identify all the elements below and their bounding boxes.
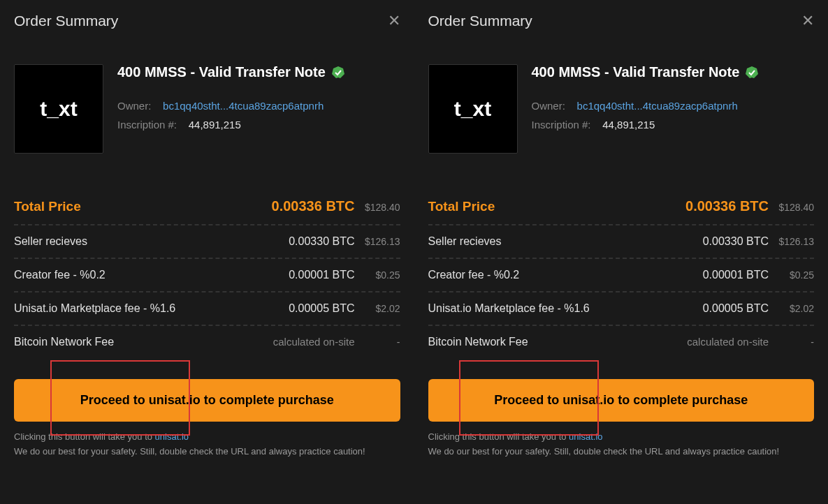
inscription-row: Inscription #: 44,891,215 — [532, 119, 815, 131]
creator-label: Creator fee - %0.2 — [14, 269, 264, 281]
market-label: Unisat.io Marketplace fee - %1.6 — [428, 302, 678, 315]
item-title: 400 MMSS - Valid Transfer Note — [532, 64, 740, 80]
inscription-value: 44,891,215 — [602, 119, 655, 131]
panel-title: Order Summary — [14, 13, 118, 29]
network-btc: calculated on-site — [678, 336, 769, 348]
market-usd: $2.02 — [355, 303, 400, 314]
close-button[interactable]: ✕ — [388, 13, 400, 29]
creator-btc: 0.00001 BTC — [264, 269, 355, 281]
disclaimer-prefix: Clicking this button will take you to — [428, 431, 569, 442]
creator-label: Creator fee - %0.2 — [428, 269, 678, 281]
network-fee-row: Bitcoin Network Fee calculated on-site - — [428, 326, 815, 358]
seller-row: Seller recieves 0.00330 BTC $126.13 — [428, 225, 815, 259]
disclaimer: Clicking this button will take you to un… — [14, 430, 400, 459]
creator-btc: 0.00001 BTC — [678, 269, 769, 281]
seller-label: Seller recieves — [428, 235, 678, 248]
verified-icon — [331, 66, 345, 80]
disclaimer-line2: We do our best for your safety. Still, d… — [428, 446, 780, 457]
verified-icon — [745, 66, 759, 80]
disclaimer-link[interactable]: unisat.io — [155, 431, 189, 442]
close-icon: ✕ — [388, 12, 400, 29]
creator-fee-row: Creator fee - %0.2 0.00001 BTC $0.25 — [14, 259, 400, 292]
inscription-row: Inscription #: 44,891,215 — [117, 119, 400, 131]
market-fee-row: Unisat.io Marketplace fee - %1.6 0.00005… — [14, 292, 400, 326]
creator-usd: $0.25 — [769, 269, 814, 281]
total-btc: 0.00336 BTC — [678, 198, 769, 214]
network-usd: - — [355, 336, 400, 348]
creator-usd: $0.25 — [355, 269, 400, 281]
total-label: Total Price — [428, 199, 678, 214]
item-thumbnail: t_xt — [14, 64, 103, 154]
proceed-button[interactable]: Proceed to unisat.io to complete purchas… — [428, 379, 815, 422]
seller-btc: 0.00330 BTC — [678, 235, 769, 248]
panel-title: Order Summary — [428, 13, 532, 29]
inscription-label: Inscription #: — [532, 119, 591, 131]
item-title-row: 400 MMSS - Valid Transfer Note — [117, 64, 400, 80]
seller-row: Seller recieves 0.00330 BTC $126.13 — [14, 225, 400, 259]
price-section: Total Price 0.00336 BTC $128.40 Seller r… — [428, 188, 815, 358]
owner-label: Owner: — [117, 100, 151, 112]
total-usd: $128.40 — [355, 202, 400, 213]
item-row: t_xt 400 MMSS - Valid Transfer Note Owne… — [428, 64, 815, 154]
market-btc: 0.00005 BTC — [678, 302, 769, 315]
total-btc: 0.00336 BTC — [264, 198, 355, 214]
network-fee-row: Bitcoin Network Fee calculated on-site - — [14, 326, 400, 358]
network-btc: calculated on-site — [264, 336, 355, 348]
owner-row: Owner: bc1qq40stht...4tcua89zacp6atpnrh — [117, 100, 400, 112]
proceed-wrapper: Proceed to unisat.io to complete purchas… — [428, 379, 815, 422]
price-section: Total Price 0.00336 BTC $128.40 Seller r… — [14, 188, 400, 358]
seller-usd: $126.13 — [355, 236, 400, 247]
panel-header: Order Summary ✕ — [428, 13, 815, 29]
order-summary-panel: Order Summary ✕ t_xt 400 MMSS - Valid Tr… — [414, 0, 829, 504]
item-info: 400 MMSS - Valid Transfer Note Owner: bc… — [117, 64, 400, 154]
owner-label: Owner: — [532, 100, 565, 112]
network-usd: - — [769, 336, 814, 348]
order-summary-panel: Order Summary ✕ t_xt 400 MMSS - Valid Tr… — [0, 0, 414, 504]
svg-marker-0 — [332, 66, 344, 78]
svg-marker-1 — [746, 66, 758, 78]
owner-link[interactable]: bc1qq40stht...4tcua89zacp6atpnrh — [163, 100, 324, 112]
market-btc: 0.00005 BTC — [264, 302, 355, 315]
seller-usd: $126.13 — [769, 236, 814, 247]
item-thumbnail: t_xt — [428, 64, 518, 154]
market-label: Unisat.io Marketplace fee - %1.6 — [14, 302, 264, 315]
panel-header: Order Summary ✕ — [14, 13, 400, 29]
market-fee-row: Unisat.io Marketplace fee - %1.6 0.00005… — [428, 292, 815, 326]
close-button[interactable]: ✕ — [801, 13, 814, 29]
item-info: 400 MMSS - Valid Transfer Note Owner: bc… — [532, 64, 815, 154]
seller-btc: 0.00330 BTC — [264, 235, 355, 248]
disclaimer-link[interactable]: unisat.io — [569, 431, 602, 442]
disclaimer: Clicking this button will take you to un… — [428, 430, 815, 459]
seller-label: Seller recieves — [14, 235, 264, 248]
market-usd: $2.02 — [769, 303, 814, 314]
creator-fee-row: Creator fee - %0.2 0.00001 BTC $0.25 — [428, 259, 815, 292]
inscription-value: 44,891,215 — [189, 119, 241, 131]
inscription-label: Inscription #: — [117, 119, 177, 131]
item-title: 400 MMSS - Valid Transfer Note — [117, 64, 326, 80]
close-icon: ✕ — [801, 12, 814, 29]
owner-row: Owner: bc1qq40stht...4tcua89zacp6atpnrh — [532, 100, 815, 112]
total-usd: $128.40 — [769, 202, 814, 213]
proceed-wrapper: Proceed to unisat.io to complete purchas… — [14, 379, 400, 422]
item-title-row: 400 MMSS - Valid Transfer Note — [532, 64, 815, 80]
disclaimer-prefix: Clicking this button will take you to — [14, 431, 155, 442]
network-label: Bitcoin Network Fee — [428, 336, 678, 348]
total-price-row: Total Price 0.00336 BTC $128.40 — [428, 188, 815, 225]
network-label: Bitcoin Network Fee — [14, 336, 264, 348]
total-price-row: Total Price 0.00336 BTC $128.40 — [14, 188, 400, 225]
disclaimer-line2: We do our best for your safety. Still, d… — [14, 446, 365, 457]
owner-link[interactable]: bc1qq40stht...4tcua89zacp6atpnrh — [577, 100, 738, 112]
total-label: Total Price — [14, 199, 264, 214]
item-row: t_xt 400 MMSS - Valid Transfer Note Owne… — [14, 64, 400, 154]
proceed-button[interactable]: Proceed to unisat.io to complete purchas… — [14, 379, 400, 422]
